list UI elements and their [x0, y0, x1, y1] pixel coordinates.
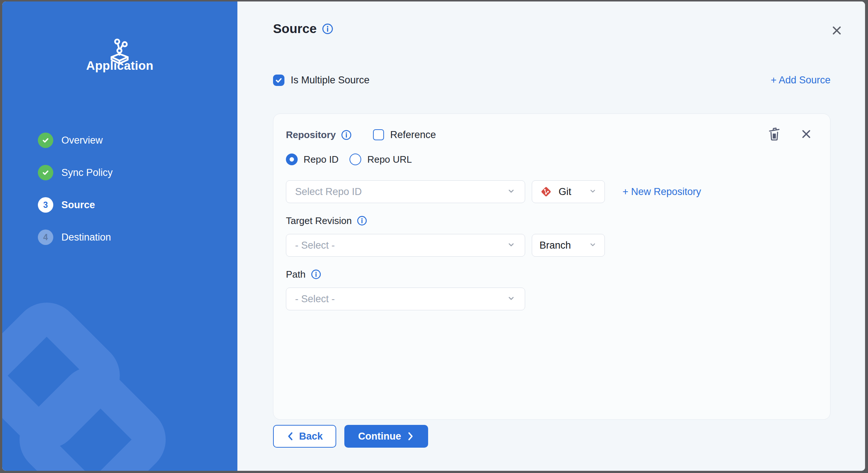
- checkbox-checked-icon: [273, 75, 284, 86]
- is-multiple-source-checkbox[interactable]: Is Multiple Source: [273, 75, 370, 86]
- source-step-panel: Source Is Multiple Source + Add Source: [237, 1, 865, 471]
- revision-type-select[interactable]: Branch: [532, 234, 605, 257]
- info-icon[interactable]: [311, 269, 321, 279]
- checkbox-unchecked-icon: [373, 129, 384, 140]
- wizard-sidebar: Application Overview Sync Policy 3 Sourc…: [2, 1, 237, 471]
- repo-type-select[interactable]: Git: [532, 180, 605, 203]
- chevron-down-icon: [506, 293, 516, 304]
- remove-source-icon[interactable]: [801, 129, 811, 139]
- info-icon[interactable]: [341, 130, 352, 140]
- step-label: Overview: [61, 135, 103, 146]
- path-select[interactable]: - Select -: [286, 288, 525, 310]
- revision-type-value: Branch: [539, 240, 588, 251]
- radio-selected-icon: [286, 154, 298, 165]
- chevron-down-icon: [506, 240, 516, 251]
- target-revision-placeholder: - Select -: [295, 240, 506, 251]
- check-icon: [38, 133, 53, 148]
- step-label: Sync Policy: [61, 167, 113, 178]
- target-revision-select[interactable]: - Select -: [286, 234, 525, 257]
- is-multiple-source-label: Is Multiple Source: [291, 75, 370, 86]
- step-overview[interactable]: Overview: [38, 132, 113, 148]
- repo-type-value: Git: [559, 186, 588, 198]
- continue-button[interactable]: Continue: [344, 425, 428, 448]
- trash-icon[interactable]: [767, 126, 782, 142]
- application-wizard-modal: Application Overview Sync Policy 3 Sourc…: [2, 1, 865, 471]
- step-source[interactable]: 3 Source: [38, 197, 113, 213]
- step-destination[interactable]: 4 Destination: [38, 229, 113, 245]
- step-number-badge: 3: [38, 197, 53, 213]
- step-sync-policy[interactable]: Sync Policy: [38, 165, 113, 181]
- target-revision-label: Target Revision: [286, 215, 352, 227]
- close-icon[interactable]: [831, 24, 843, 37]
- repository-label: Repository: [286, 129, 336, 141]
- step-label: Destination: [61, 232, 111, 243]
- chevron-left-icon: [287, 432, 294, 441]
- chevron-down-icon: [506, 186, 516, 197]
- new-repository-link[interactable]: + New Repository: [623, 186, 701, 198]
- step-label: Source: [61, 199, 95, 211]
- repo-url-radio[interactable]: Repo URL: [349, 154, 412, 165]
- git-icon: [539, 185, 553, 198]
- path-select-placeholder: - Select -: [295, 293, 506, 305]
- repo-id-select-placeholder: Select Repo ID: [295, 186, 506, 198]
- info-icon[interactable]: [322, 23, 333, 35]
- chevron-down-icon: [588, 187, 597, 197]
- reference-checkbox[interactable]: Reference: [373, 129, 436, 141]
- path-label: Path: [286, 269, 306, 280]
- repo-id-select[interactable]: Select Repo ID: [286, 180, 525, 203]
- continue-button-label: Continue: [358, 431, 401, 442]
- page-title: Source: [273, 21, 317, 36]
- chevron-down-icon: [588, 240, 597, 250]
- repo-id-label: Repo ID: [304, 154, 338, 165]
- back-button-label: Back: [299, 431, 323, 442]
- back-button[interactable]: Back: [273, 425, 336, 448]
- chevron-right-icon: [407, 432, 414, 441]
- check-icon: [38, 165, 53, 180]
- repo-url-label: Repo URL: [367, 154, 412, 165]
- source-repository-card: Repository Reference Repo ID Repo URL: [273, 113, 831, 420]
- repo-id-radio[interactable]: Repo ID: [286, 154, 338, 165]
- reference-label: Reference: [390, 129, 436, 141]
- info-icon[interactable]: [357, 216, 367, 226]
- wizard-title: Application: [2, 59, 237, 73]
- step-number-badge: 4: [38, 230, 53, 245]
- radio-unselected-icon: [349, 154, 361, 165]
- wizard-steps: Overview Sync Policy 3 Source 4 Destinat…: [38, 132, 113, 261]
- add-source-link[interactable]: + Add Source: [771, 75, 831, 86]
